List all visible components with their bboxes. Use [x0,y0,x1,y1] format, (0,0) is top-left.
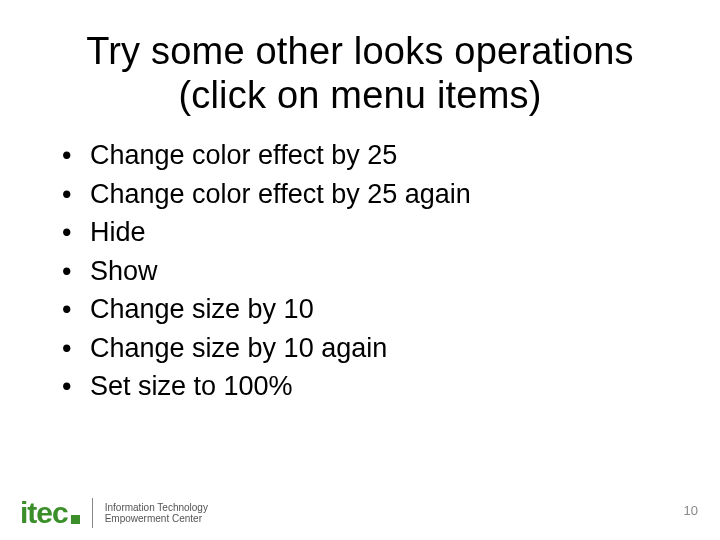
bullet-text: Change size by 10 [90,294,314,324]
logo-square-icon [71,515,80,524]
logo-mark-text: itec [20,498,68,528]
bullet-text: Change color effect by 25 again [90,179,471,209]
bullet-list: Change color effect by 25 Change color e… [54,137,666,404]
list-item: Change size by 10 again [54,330,666,366]
bullet-text: Change color effect by 25 [90,140,397,170]
bullet-text: Change size by 10 again [90,333,387,363]
list-item: Change color effect by 25 again [54,176,666,212]
page-number: 10 [684,503,698,518]
logo-tagline-line-1: Information Technology [105,502,208,513]
list-item: Change size by 10 [54,291,666,327]
logo-mark: itec [20,498,80,528]
slide-title: Try some other looks operations (click o… [0,0,720,117]
list-item: Show [54,253,666,289]
list-item: Hide [54,214,666,250]
title-line-1: Try some other looks operations [86,30,634,72]
slide-footer: itec Information Technology Empowerment … [0,484,720,532]
logo-divider [92,498,93,528]
slide: Try some other looks operations (click o… [0,0,720,540]
title-line-2: (click on menu items) [178,74,541,116]
list-item: Change color effect by 25 [54,137,666,173]
bullet-text: Hide [90,217,146,247]
logo-tagline: Information Technology Empowerment Cente… [105,502,208,525]
list-item: Set size to 100% [54,368,666,404]
bullet-text: Set size to 100% [90,371,293,401]
slide-body: Change color effect by 25 Change color e… [0,117,720,404]
footer-logo: itec Information Technology Empowerment … [20,498,208,528]
logo-tagline-line-2: Empowerment Center [105,513,202,524]
bullet-text: Show [90,256,158,286]
